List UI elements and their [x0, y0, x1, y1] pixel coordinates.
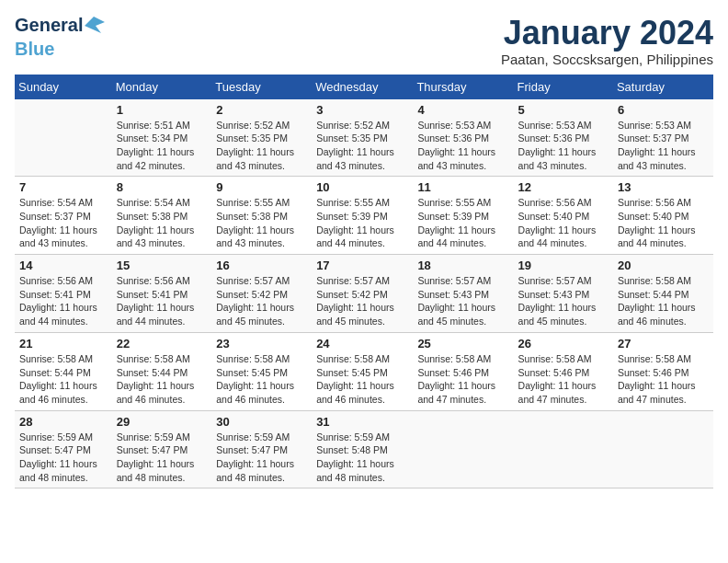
- cell-info: Sunrise: 5:59 AMSunset: 5:48 PMDaylight:…: [316, 431, 408, 485]
- calendar-cell: 28Sunrise: 5:59 AMSunset: 5:47 PMDayligh…: [15, 410, 112, 488]
- calendar-week-row: 1Sunrise: 5:51 AMSunset: 5:34 PMDaylight…: [15, 99, 713, 177]
- calendar-cell: 24Sunrise: 5:58 AMSunset: 5:45 PMDayligh…: [312, 332, 413, 410]
- cell-info: Sunrise: 5:52 AMSunset: 5:35 PMDaylight:…: [216, 119, 307, 173]
- month-title: January 2024: [501, 15, 713, 52]
- day-number: 17: [316, 259, 408, 272]
- day-number: 19: [518, 259, 609, 272]
- calendar-cell: 23Sunrise: 5:58 AMSunset: 5:45 PMDayligh…: [211, 332, 312, 410]
- calendar-week-row: 7Sunrise: 5:54 AMSunset: 5:37 PMDaylight…: [15, 177, 713, 255]
- cell-info: Sunrise: 5:56 AMSunset: 5:40 PMDaylight:…: [618, 196, 709, 250]
- calendar-cell: 2Sunrise: 5:52 AMSunset: 5:35 PMDaylight…: [211, 99, 312, 177]
- cell-info: Sunrise: 5:54 AMSunset: 5:37 PMDaylight:…: [19, 196, 108, 250]
- calendar-cell: 21Sunrise: 5:58 AMSunset: 5:44 PMDayligh…: [15, 332, 112, 410]
- day-number: 5: [518, 103, 609, 117]
- day-number: 3: [316, 103, 408, 117]
- calendar-cell: 27Sunrise: 5:58 AMSunset: 5:46 PMDayligh…: [613, 332, 713, 410]
- day-number: 30: [216, 415, 307, 429]
- day-number: 10: [316, 180, 408, 194]
- title-block: January 2024 Paatan, Soccsksargen, Phili…: [501, 15, 713, 67]
- calendar-week-row: 14Sunrise: 5:56 AMSunset: 5:41 PMDayligh…: [15, 255, 713, 333]
- weekday-header: Sunday: [15, 75, 112, 99]
- cell-info: Sunrise: 5:55 AMSunset: 5:39 PMDaylight:…: [417, 196, 508, 250]
- weekday-header-row: SundayMondayTuesdayWednesdayThursdayFrid…: [15, 75, 713, 99]
- cell-info: Sunrise: 5:53 AMSunset: 5:37 PMDaylight:…: [618, 119, 709, 173]
- cell-info: Sunrise: 5:58 AMSunset: 5:44 PMDaylight:…: [19, 352, 108, 407]
- calendar-cell: 8Sunrise: 5:54 AMSunset: 5:38 PMDaylight…: [112, 177, 212, 255]
- calendar-cell: 12Sunrise: 5:56 AMSunset: 5:40 PMDayligh…: [514, 177, 613, 255]
- weekday-header: Monday: [112, 75, 212, 99]
- calendar-cell: 16Sunrise: 5:57 AMSunset: 5:42 PMDayligh…: [211, 255, 312, 333]
- cell-info: Sunrise: 5:57 AMSunset: 5:43 PMDaylight:…: [518, 274, 609, 328]
- day-number: 23: [216, 337, 307, 350]
- location: Paatan, Soccsksargen, Philippines: [501, 52, 713, 67]
- weekday-header: Tuesday: [211, 75, 312, 99]
- cell-info: Sunrise: 5:56 AMSunset: 5:41 PMDaylight:…: [117, 274, 208, 328]
- day-number: 18: [417, 259, 508, 272]
- page-header: GeneralBlue January 2024 Paatan, Soccsks…: [15, 15, 713, 67]
- logo: GeneralBlue: [15, 15, 105, 59]
- calendar-cell: 6Sunrise: 5:53 AMSunset: 5:37 PMDaylight…: [613, 99, 713, 177]
- weekday-header: Wednesday: [312, 75, 413, 99]
- cell-info: Sunrise: 5:51 AMSunset: 5:34 PMDaylight:…: [117, 119, 208, 173]
- calendar-cell: 10Sunrise: 5:55 AMSunset: 5:39 PMDayligh…: [312, 177, 413, 255]
- day-number: 6: [618, 103, 709, 117]
- weekday-header: Saturday: [613, 75, 713, 99]
- cell-info: Sunrise: 5:56 AMSunset: 5:40 PMDaylight:…: [518, 196, 609, 250]
- calendar-cell: [413, 410, 513, 488]
- day-number: 4: [417, 103, 508, 117]
- calendar-cell: 7Sunrise: 5:54 AMSunset: 5:37 PMDaylight…: [15, 177, 112, 255]
- weekday-header: Thursday: [413, 75, 513, 99]
- cell-info: Sunrise: 5:58 AMSunset: 5:45 PMDaylight:…: [216, 352, 307, 407]
- day-number: 20: [618, 259, 709, 272]
- day-number: 1: [117, 103, 208, 117]
- cell-info: Sunrise: 5:53 AMSunset: 5:36 PMDaylight:…: [417, 119, 508, 173]
- day-number: 11: [417, 180, 508, 194]
- cell-info: Sunrise: 5:55 AMSunset: 5:39 PMDaylight:…: [316, 196, 408, 250]
- svg-marker-0: [85, 17, 105, 33]
- cell-info: Sunrise: 5:58 AMSunset: 5:44 PMDaylight:…: [117, 352, 208, 407]
- calendar-cell: 11Sunrise: 5:55 AMSunset: 5:39 PMDayligh…: [413, 177, 513, 255]
- calendar-cell: [613, 410, 713, 488]
- cell-info: Sunrise: 5:58 AMSunset: 5:46 PMDaylight:…: [618, 352, 709, 407]
- calendar-cell: 30Sunrise: 5:59 AMSunset: 5:47 PMDayligh…: [211, 410, 312, 488]
- calendar-cell: 14Sunrise: 5:56 AMSunset: 5:41 PMDayligh…: [15, 255, 112, 333]
- calendar-cell: [15, 99, 112, 177]
- day-number: 7: [19, 180, 108, 194]
- day-number: 29: [117, 415, 208, 429]
- day-number: 16: [216, 259, 307, 272]
- calendar-cell: 3Sunrise: 5:52 AMSunset: 5:35 PMDaylight…: [312, 99, 413, 177]
- cell-info: Sunrise: 5:54 AMSunset: 5:38 PMDaylight:…: [117, 196, 208, 250]
- calendar-cell: 20Sunrise: 5:58 AMSunset: 5:44 PMDayligh…: [613, 255, 713, 333]
- calendar-cell: 13Sunrise: 5:56 AMSunset: 5:40 PMDayligh…: [613, 177, 713, 255]
- day-number: 31: [316, 415, 408, 429]
- day-number: 21: [19, 337, 108, 350]
- calendar-cell: 5Sunrise: 5:53 AMSunset: 5:36 PMDaylight…: [514, 99, 613, 177]
- day-number: 9: [216, 180, 307, 194]
- cell-info: Sunrise: 5:59 AMSunset: 5:47 PMDaylight:…: [19, 431, 108, 485]
- cell-info: Sunrise: 5:57 AMSunset: 5:43 PMDaylight:…: [417, 274, 508, 328]
- calendar-cell: 18Sunrise: 5:57 AMSunset: 5:43 PMDayligh…: [413, 255, 513, 333]
- calendar-cell: 19Sunrise: 5:57 AMSunset: 5:43 PMDayligh…: [514, 255, 613, 333]
- calendar-cell: 26Sunrise: 5:58 AMSunset: 5:46 PMDayligh…: [514, 332, 613, 410]
- calendar-cell: 4Sunrise: 5:53 AMSunset: 5:36 PMDaylight…: [413, 99, 513, 177]
- calendar-week-row: 28Sunrise: 5:59 AMSunset: 5:47 PMDayligh…: [15, 410, 713, 488]
- cell-info: Sunrise: 5:58 AMSunset: 5:45 PMDaylight:…: [316, 352, 408, 407]
- cell-info: Sunrise: 5:57 AMSunset: 5:42 PMDaylight:…: [216, 274, 307, 328]
- day-number: 13: [618, 180, 709, 194]
- day-number: 15: [117, 259, 208, 272]
- calendar-cell: 29Sunrise: 5:59 AMSunset: 5:47 PMDayligh…: [112, 410, 212, 488]
- calendar-cell: 25Sunrise: 5:58 AMSunset: 5:46 PMDayligh…: [413, 332, 513, 410]
- day-number: 8: [117, 180, 208, 194]
- cell-info: Sunrise: 5:57 AMSunset: 5:42 PMDaylight:…: [316, 274, 408, 328]
- calendar-cell: 1Sunrise: 5:51 AMSunset: 5:34 PMDaylight…: [112, 99, 212, 177]
- calendar-cell: 9Sunrise: 5:55 AMSunset: 5:38 PMDaylight…: [211, 177, 312, 255]
- calendar-cell: 22Sunrise: 5:58 AMSunset: 5:44 PMDayligh…: [112, 332, 212, 410]
- day-number: 27: [618, 337, 709, 350]
- day-number: 22: [117, 337, 208, 350]
- day-number: 24: [316, 337, 408, 350]
- day-number: 14: [19, 259, 108, 272]
- calendar-cell: [514, 410, 613, 488]
- calendar-cell: 17Sunrise: 5:57 AMSunset: 5:42 PMDayligh…: [312, 255, 413, 333]
- cell-info: Sunrise: 5:55 AMSunset: 5:38 PMDaylight:…: [216, 196, 307, 250]
- cell-info: Sunrise: 5:58 AMSunset: 5:44 PMDaylight:…: [618, 274, 709, 328]
